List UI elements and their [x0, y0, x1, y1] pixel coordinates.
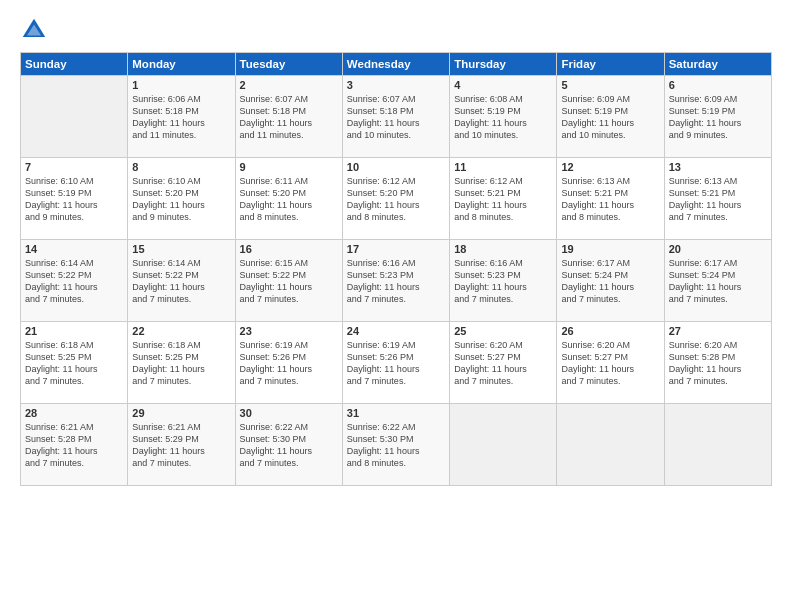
table-row: 28Sunrise: 6:21 AM Sunset: 5:28 PM Dayli…	[21, 404, 128, 486]
week-row-1: 7Sunrise: 6:10 AM Sunset: 5:19 PM Daylig…	[21, 158, 772, 240]
day-number: 21	[25, 325, 123, 337]
day-number: 18	[454, 243, 552, 255]
day-info: Sunrise: 6:15 AM Sunset: 5:22 PM Dayligh…	[240, 257, 338, 306]
table-row: 27Sunrise: 6:20 AM Sunset: 5:28 PM Dayli…	[664, 322, 771, 404]
day-info: Sunrise: 6:07 AM Sunset: 5:18 PM Dayligh…	[240, 93, 338, 142]
day-number: 27	[669, 325, 767, 337]
day-number: 8	[132, 161, 230, 173]
day-number: 4	[454, 79, 552, 91]
week-row-4: 28Sunrise: 6:21 AM Sunset: 5:28 PM Dayli…	[21, 404, 772, 486]
table-row: 5Sunrise: 6:09 AM Sunset: 5:19 PM Daylig…	[557, 76, 664, 158]
day-number: 1	[132, 79, 230, 91]
header-cell-wednesday: Wednesday	[342, 53, 449, 76]
day-info: Sunrise: 6:18 AM Sunset: 5:25 PM Dayligh…	[25, 339, 123, 388]
table-row: 6Sunrise: 6:09 AM Sunset: 5:19 PM Daylig…	[664, 76, 771, 158]
day-number: 23	[240, 325, 338, 337]
day-number: 9	[240, 161, 338, 173]
day-number: 12	[561, 161, 659, 173]
table-row: 13Sunrise: 6:13 AM Sunset: 5:21 PM Dayli…	[664, 158, 771, 240]
day-number: 14	[25, 243, 123, 255]
table-row: 14Sunrise: 6:14 AM Sunset: 5:22 PM Dayli…	[21, 240, 128, 322]
day-info: Sunrise: 6:13 AM Sunset: 5:21 PM Dayligh…	[669, 175, 767, 224]
table-row	[21, 76, 128, 158]
header-cell-friday: Friday	[557, 53, 664, 76]
day-info: Sunrise: 6:19 AM Sunset: 5:26 PM Dayligh…	[240, 339, 338, 388]
week-row-2: 14Sunrise: 6:14 AM Sunset: 5:22 PM Dayli…	[21, 240, 772, 322]
day-number: 7	[25, 161, 123, 173]
day-number: 2	[240, 79, 338, 91]
calendar-header: SundayMondayTuesdayWednesdayThursdayFrid…	[21, 53, 772, 76]
day-info: Sunrise: 6:19 AM Sunset: 5:26 PM Dayligh…	[347, 339, 445, 388]
header-cell-tuesday: Tuesday	[235, 53, 342, 76]
day-number: 10	[347, 161, 445, 173]
table-row: 9Sunrise: 6:11 AM Sunset: 5:20 PM Daylig…	[235, 158, 342, 240]
day-number: 31	[347, 407, 445, 419]
day-number: 5	[561, 79, 659, 91]
logo-icon	[20, 16, 48, 44]
table-row: 3Sunrise: 6:07 AM Sunset: 5:18 PM Daylig…	[342, 76, 449, 158]
table-row	[557, 404, 664, 486]
day-info: Sunrise: 6:14 AM Sunset: 5:22 PM Dayligh…	[25, 257, 123, 306]
week-row-0: 1Sunrise: 6:06 AM Sunset: 5:18 PM Daylig…	[21, 76, 772, 158]
header-cell-saturday: Saturday	[664, 53, 771, 76]
table-row: 23Sunrise: 6:19 AM Sunset: 5:26 PM Dayli…	[235, 322, 342, 404]
header-cell-monday: Monday	[128, 53, 235, 76]
week-row-3: 21Sunrise: 6:18 AM Sunset: 5:25 PM Dayli…	[21, 322, 772, 404]
table-row: 25Sunrise: 6:20 AM Sunset: 5:27 PM Dayli…	[450, 322, 557, 404]
table-row: 19Sunrise: 6:17 AM Sunset: 5:24 PM Dayli…	[557, 240, 664, 322]
calendar-table: SundayMondayTuesdayWednesdayThursdayFrid…	[20, 52, 772, 486]
calendar-body: 1Sunrise: 6:06 AM Sunset: 5:18 PM Daylig…	[21, 76, 772, 486]
day-number: 20	[669, 243, 767, 255]
day-info: Sunrise: 6:14 AM Sunset: 5:22 PM Dayligh…	[132, 257, 230, 306]
day-info: Sunrise: 6:21 AM Sunset: 5:28 PM Dayligh…	[25, 421, 123, 470]
day-number: 25	[454, 325, 552, 337]
day-number: 30	[240, 407, 338, 419]
header-cell-thursday: Thursday	[450, 53, 557, 76]
day-info: Sunrise: 6:17 AM Sunset: 5:24 PM Dayligh…	[561, 257, 659, 306]
table-row: 31Sunrise: 6:22 AM Sunset: 5:30 PM Dayli…	[342, 404, 449, 486]
table-row: 11Sunrise: 6:12 AM Sunset: 5:21 PM Dayli…	[450, 158, 557, 240]
table-row: 2Sunrise: 6:07 AM Sunset: 5:18 PM Daylig…	[235, 76, 342, 158]
day-info: Sunrise: 6:07 AM Sunset: 5:18 PM Dayligh…	[347, 93, 445, 142]
day-info: Sunrise: 6:09 AM Sunset: 5:19 PM Dayligh…	[561, 93, 659, 142]
table-row	[450, 404, 557, 486]
day-info: Sunrise: 6:16 AM Sunset: 5:23 PM Dayligh…	[347, 257, 445, 306]
table-row: 15Sunrise: 6:14 AM Sunset: 5:22 PM Dayli…	[128, 240, 235, 322]
day-number: 3	[347, 79, 445, 91]
day-info: Sunrise: 6:17 AM Sunset: 5:24 PM Dayligh…	[669, 257, 767, 306]
day-info: Sunrise: 6:22 AM Sunset: 5:30 PM Dayligh…	[240, 421, 338, 470]
day-info: Sunrise: 6:21 AM Sunset: 5:29 PM Dayligh…	[132, 421, 230, 470]
day-info: Sunrise: 6:11 AM Sunset: 5:20 PM Dayligh…	[240, 175, 338, 224]
table-row: 10Sunrise: 6:12 AM Sunset: 5:20 PM Dayli…	[342, 158, 449, 240]
table-row: 1Sunrise: 6:06 AM Sunset: 5:18 PM Daylig…	[128, 76, 235, 158]
table-row: 18Sunrise: 6:16 AM Sunset: 5:23 PM Dayli…	[450, 240, 557, 322]
table-row: 24Sunrise: 6:19 AM Sunset: 5:26 PM Dayli…	[342, 322, 449, 404]
header	[20, 16, 772, 44]
day-info: Sunrise: 6:18 AM Sunset: 5:25 PM Dayligh…	[132, 339, 230, 388]
day-number: 22	[132, 325, 230, 337]
table-row: 20Sunrise: 6:17 AM Sunset: 5:24 PM Dayli…	[664, 240, 771, 322]
table-row: 17Sunrise: 6:16 AM Sunset: 5:23 PM Dayli…	[342, 240, 449, 322]
day-info: Sunrise: 6:06 AM Sunset: 5:18 PM Dayligh…	[132, 93, 230, 142]
day-number: 24	[347, 325, 445, 337]
day-number: 17	[347, 243, 445, 255]
table-row: 16Sunrise: 6:15 AM Sunset: 5:22 PM Dayli…	[235, 240, 342, 322]
day-info: Sunrise: 6:12 AM Sunset: 5:21 PM Dayligh…	[454, 175, 552, 224]
day-number: 28	[25, 407, 123, 419]
day-number: 16	[240, 243, 338, 255]
day-info: Sunrise: 6:10 AM Sunset: 5:19 PM Dayligh…	[25, 175, 123, 224]
logo	[20, 16, 52, 44]
table-row: 29Sunrise: 6:21 AM Sunset: 5:29 PM Dayli…	[128, 404, 235, 486]
table-row: 7Sunrise: 6:10 AM Sunset: 5:19 PM Daylig…	[21, 158, 128, 240]
table-row: 4Sunrise: 6:08 AM Sunset: 5:19 PM Daylig…	[450, 76, 557, 158]
day-number: 26	[561, 325, 659, 337]
day-number: 19	[561, 243, 659, 255]
day-info: Sunrise: 6:22 AM Sunset: 5:30 PM Dayligh…	[347, 421, 445, 470]
table-row: 30Sunrise: 6:22 AM Sunset: 5:30 PM Dayli…	[235, 404, 342, 486]
table-row: 21Sunrise: 6:18 AM Sunset: 5:25 PM Dayli…	[21, 322, 128, 404]
day-info: Sunrise: 6:08 AM Sunset: 5:19 PM Dayligh…	[454, 93, 552, 142]
day-info: Sunrise: 6:20 AM Sunset: 5:27 PM Dayligh…	[454, 339, 552, 388]
table-row: 22Sunrise: 6:18 AM Sunset: 5:25 PM Dayli…	[128, 322, 235, 404]
day-info: Sunrise: 6:20 AM Sunset: 5:28 PM Dayligh…	[669, 339, 767, 388]
day-info: Sunrise: 6:09 AM Sunset: 5:19 PM Dayligh…	[669, 93, 767, 142]
